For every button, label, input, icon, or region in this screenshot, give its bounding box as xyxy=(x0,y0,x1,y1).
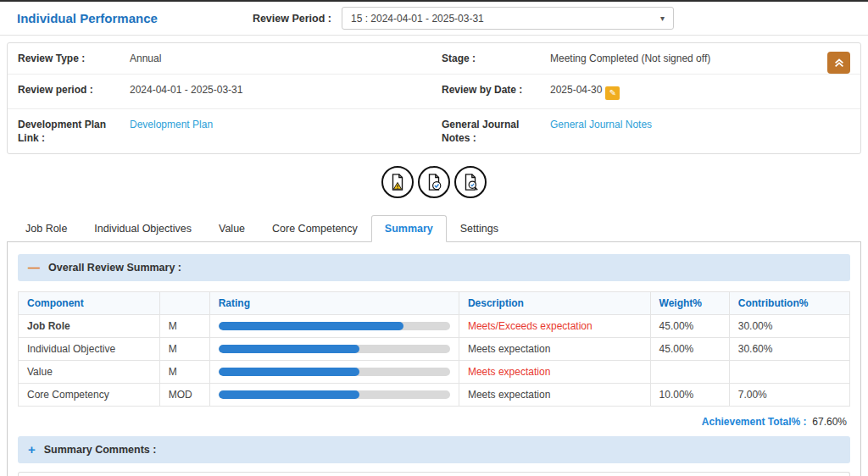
col-header-component: Component xyxy=(19,292,160,315)
contribution-cell: 30.00% xyxy=(729,315,849,338)
weight-cell: 10.00% xyxy=(650,384,729,407)
rating-code-cell: M xyxy=(159,315,209,338)
summary-tab-content: — Overall Review Summary : Component Rat… xyxy=(7,241,861,476)
component-cell: Job Role xyxy=(19,315,160,338)
achievement-total-row: Achievement Total% : 67.60% xyxy=(18,407,850,436)
edit-date-button[interactable]: ✎ xyxy=(605,86,620,100)
description-cell: Meets expectation xyxy=(459,384,650,407)
tab-job-role[interactable]: Job Role xyxy=(12,215,81,242)
file-check-icon xyxy=(425,173,443,191)
rating-code-cell: MOD xyxy=(159,384,209,407)
stage-value: Meeting Completed (Not signed off) xyxy=(550,52,850,65)
chevron-down-icon: ▾ xyxy=(660,14,665,23)
review-info-card: Review Type : Annual Stage : Meeting Com… xyxy=(7,42,861,154)
tab-bar: Job Role Individual Objectives Value Cor… xyxy=(7,215,861,241)
rating-bar-cell xyxy=(209,338,459,361)
page-title: Individual Performance xyxy=(17,11,158,25)
table-row: Individual Objective M Meets expectation… xyxy=(19,338,850,361)
general-journal-notes-link[interactable]: General Journal Notes xyxy=(550,119,652,130)
info-row-links: Development Plan Link : Development Plan… xyxy=(8,109,860,153)
rating-code-cell: M xyxy=(159,361,209,384)
rating-bar-cell xyxy=(209,384,459,407)
table-row: Core Competency MOD Meets expectation 10… xyxy=(19,384,850,407)
pencil-icon: ✎ xyxy=(609,87,616,99)
review-period-row-value: 2024-04-01 - 2025-03-31 xyxy=(130,83,442,97)
rating-progress-track xyxy=(219,390,450,399)
expand-plus-icon[interactable]: + xyxy=(28,446,36,454)
col-header-rating: Rating xyxy=(209,292,459,315)
contribution-cell: 7.00% xyxy=(729,384,849,407)
review-type-value: Annual xyxy=(130,52,442,65)
overall-review-summary-table: Component Rating Description Weight% Con… xyxy=(18,291,850,407)
contribution-cell xyxy=(729,361,849,384)
print-preview-button[interactable] xyxy=(454,166,487,198)
col-header-code xyxy=(159,292,209,315)
stage-label: Stage : xyxy=(442,52,550,65)
double-chevron-up-icon xyxy=(833,57,845,69)
tab-value[interactable]: Value xyxy=(205,215,259,242)
rating-progress-track xyxy=(219,368,450,376)
component-cell: Core Competency xyxy=(19,384,160,407)
rating-code-cell: M xyxy=(159,338,209,361)
development-plan-link[interactable]: Development Plan xyxy=(130,119,213,130)
component-cell: Value xyxy=(19,361,160,384)
review-type-label: Review Type : xyxy=(18,52,130,65)
table-row: Job Role M Meets/Exceeds expectation 45.… xyxy=(19,315,850,338)
achievement-total-number: 67.60% xyxy=(812,416,847,428)
info-row-review-type: Review Type : Annual Stage : Meeting Com… xyxy=(8,43,860,75)
achievement-total-label: Achievement Total% : xyxy=(702,416,807,428)
next-section-partial xyxy=(18,472,850,476)
rating-progress-fill xyxy=(219,368,360,376)
review-by-date-label: Review by Date : xyxy=(442,83,550,97)
development-plan-link-label: Development Plan Link : xyxy=(18,118,130,145)
rating-bar-cell xyxy=(209,361,459,384)
general-journal-notes-label: General Journal Notes : xyxy=(442,118,550,145)
collapse-minus-icon[interactable]: — xyxy=(28,263,40,272)
weight-cell: 45.00% xyxy=(650,338,729,361)
print-preview-icon xyxy=(461,173,480,191)
top-bar: Individual Performance Review Period : 1… xyxy=(0,2,868,36)
review-period-select[interactable]: 15 : 2024-04-01 - 2025-03-31 ▾ xyxy=(342,7,674,30)
summary-comments-header[interactable]: + Summary Comments : xyxy=(18,436,850,463)
summary-comments-title: Summary Comments : xyxy=(44,444,157,456)
review-period-label: Review Period : xyxy=(253,13,331,25)
rating-progress-fill xyxy=(219,345,360,353)
review-period-row-label: Review period : xyxy=(18,83,130,97)
table-header-row: Component Rating Description Weight% Con… xyxy=(19,292,850,315)
action-buttons-row xyxy=(0,166,868,198)
review-by-date-text: 2025-04-30 xyxy=(550,84,602,96)
review-period-group: Review Period : 15 : 2024-04-01 - 2025-0… xyxy=(253,7,674,30)
report-warning-button[interactable] xyxy=(381,166,414,198)
file-warning-icon xyxy=(388,173,407,191)
description-cell: Meets expectation xyxy=(459,338,650,361)
component-cell: Individual Objective xyxy=(19,338,160,361)
rating-progress-fill xyxy=(219,322,404,330)
weight-cell: 45.00% xyxy=(650,315,729,338)
col-header-weight: Weight% xyxy=(650,292,729,315)
overall-review-summary-header[interactable]: — Overall Review Summary : xyxy=(18,254,850,281)
contribution-cell: 30.60% xyxy=(729,338,849,361)
table-row: Value M Meets expectation xyxy=(19,361,850,384)
description-cell: Meets expectation xyxy=(459,361,650,384)
weight-cell xyxy=(650,361,729,384)
tab-summary[interactable]: Summary xyxy=(371,215,447,242)
rating-progress-track xyxy=(219,345,450,353)
col-header-description: Description xyxy=(459,292,650,315)
tab-core-competency[interactable]: Core Competency xyxy=(259,215,371,242)
achievement-total-value: 67.60% xyxy=(810,416,847,428)
review-by-date-value: 2025-04-30✎ xyxy=(550,83,850,100)
col-header-contribution: Contribution% xyxy=(729,292,849,315)
review-period-selected-value: 15 : 2024-04-01 - 2025-03-31 xyxy=(351,13,484,25)
tab-individual-objectives[interactable]: Individual Objectives xyxy=(81,215,205,242)
tab-settings[interactable]: Settings xyxy=(447,215,512,242)
info-row-review-period: Review period : 2024-04-01 - 2025-03-31 … xyxy=(8,75,860,109)
rating-progress-track xyxy=(219,322,450,330)
rating-progress-fill xyxy=(219,390,360,399)
collapse-card-button[interactable] xyxy=(827,52,850,74)
report-check-button[interactable] xyxy=(418,166,450,198)
rating-bar-cell xyxy=(209,315,459,338)
description-cell: Meets/Exceeds expectation xyxy=(459,315,650,338)
overall-review-summary-title: Overall Review Summary : xyxy=(48,262,181,274)
